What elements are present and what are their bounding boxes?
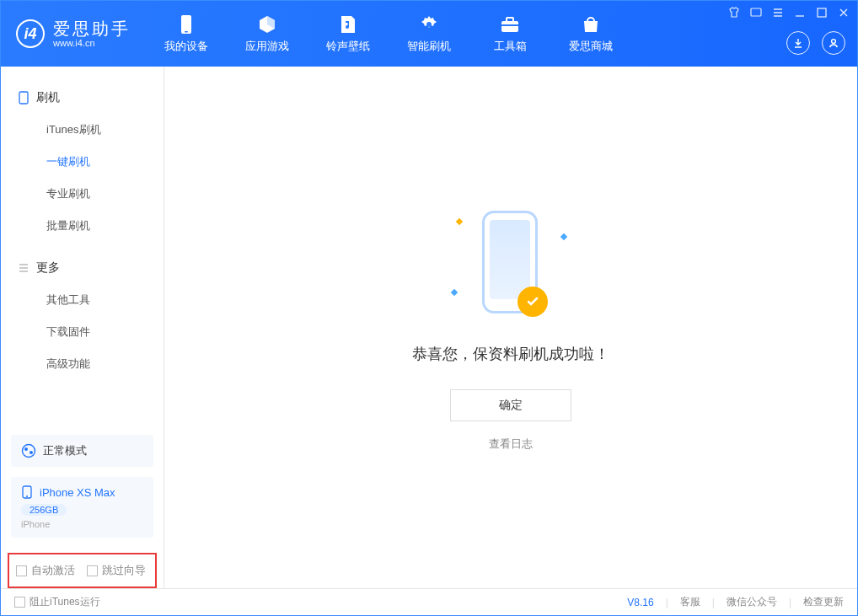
download-button[interactable] (786, 31, 810, 55)
device-card[interactable]: iPhone XS Max 256GB iPhone (11, 477, 153, 538)
logo-icon: i4 (16, 19, 45, 48)
view-log-link[interactable]: 查看日志 (489, 437, 533, 452)
device-type: iPhone (21, 519, 143, 529)
refresh-gear-icon (419, 14, 439, 35)
nav-my-device[interactable]: 我的设备 (146, 1, 227, 67)
sidebar-item-pro-flash[interactable]: 专业刷机 (1, 178, 164, 210)
device-capacity: 256GB (21, 504, 67, 516)
nav-smart-flash[interactable]: 智能刷机 (389, 1, 469, 67)
nav-label: 我的设备 (164, 39, 208, 54)
minimize-button[interactable] (793, 6, 807, 19)
sidebar: 刷机 iTunes刷机 一键刷机 专业刷机 批量刷机 更多 其他工具 下载固件 … (1, 67, 164, 588)
footer-link-service[interactable]: 客服 (680, 595, 700, 609)
user-button[interactable] (822, 31, 845, 55)
nav-label: 铃声壁纸 (326, 39, 370, 54)
header: i4 爱思助手 www.i4.cn 我的设备 应用游戏 铃声壁纸 智能刷机 工具… (1, 1, 857, 67)
sidebar-item-other-tools[interactable]: 其他工具 (1, 284, 164, 316)
maximize-button[interactable] (815, 6, 829, 19)
svg-rect-9 (19, 92, 28, 104)
svg-rect-1 (185, 31, 188, 33)
app-logo[interactable]: i4 爱思助手 www.i4.cn (1, 1, 146, 67)
svg-rect-7 (818, 8, 826, 17)
svg-point-8 (832, 40, 836, 44)
sidebar-item-download-firmware[interactable]: 下载固件 (1, 316, 164, 348)
footer-link-update[interactable]: 检查更新 (803, 595, 844, 609)
svg-rect-5 (501, 24, 518, 26)
device-icon (176, 14, 196, 35)
nav-ringtone-wallpaper[interactable]: 铃声壁纸 (308, 1, 389, 67)
success-graphic (452, 204, 570, 322)
feedback-icon[interactable] (749, 6, 763, 19)
svg-point-12 (29, 451, 33, 454)
app-name: 爱思助手 (53, 19, 131, 38)
mode-card[interactable]: 正常模式 (11, 435, 153, 467)
main-content: 恭喜您，保资料刷机成功啦！ 确定 查看日志 (164, 67, 857, 588)
nav-label: 智能刷机 (407, 39, 451, 54)
checkbox-row-highlighted: 自动激活 跳过向导 (8, 553, 157, 588)
svg-point-10 (23, 445, 35, 458)
nav-label: 应用游戏 (245, 39, 289, 54)
footer-link-wechat[interactable]: 微信公众号 (727, 595, 777, 609)
phone-icon (18, 91, 29, 104)
device-icon (21, 485, 33, 499)
close-button[interactable] (837, 6, 850, 19)
music-file-icon (338, 14, 358, 35)
nav-label: 爱思商城 (569, 39, 613, 54)
sidebar-item-advanced[interactable]: 高级功能 (1, 348, 164, 380)
mode-icon (21, 443, 36, 458)
footer: 阻止iTunes运行 V8.16 | 客服 | 微信公众号 | 检查更新 (1, 588, 857, 615)
toolbox-icon (500, 14, 520, 35)
menu-icon[interactable] (771, 6, 785, 19)
device-name: iPhone XS Max (40, 486, 115, 499)
shirt-icon[interactable] (727, 6, 741, 19)
nav-store[interactable]: 爱思商城 (550, 1, 631, 67)
success-message: 恭喜您，保资料刷机成功啦！ (412, 344, 609, 364)
sidebar-item-batch-flash[interactable]: 批量刷机 (1, 210, 164, 242)
checkbox-block-itunes[interactable]: 阻止iTunes运行 (14, 595, 100, 609)
sidebar-item-itunes-flash[interactable]: iTunes刷机 (1, 114, 164, 146)
svg-rect-0 (181, 15, 191, 34)
svg-rect-4 (507, 18, 513, 22)
nav-toolbox[interactable]: 工具箱 (469, 1, 550, 67)
check-badge-icon (517, 287, 548, 317)
svg-point-14 (26, 495, 28, 497)
checkbox-skip-guide[interactable]: 跳过向导 (87, 563, 146, 578)
checkbox-auto-activate[interactable]: 自动激活 (16, 563, 75, 578)
svg-point-2 (426, 22, 432, 27)
bag-icon (581, 14, 601, 35)
svg-rect-6 (751, 8, 761, 16)
cube-icon (257, 14, 277, 35)
list-icon (18, 262, 29, 274)
version-label: V8.16 (627, 597, 653, 608)
app-url: www.i4.cn (53, 38, 131, 48)
section-flash: 刷机 (1, 82, 164, 114)
nav-apps-games[interactable]: 应用游戏 (227, 1, 308, 67)
sidebar-item-oneclick-flash[interactable]: 一键刷机 (1, 146, 164, 178)
confirm-button[interactable]: 确定 (450, 389, 571, 421)
nav-label: 工具箱 (494, 39, 527, 54)
section-more: 更多 (1, 252, 164, 284)
svg-point-11 (24, 447, 28, 451)
